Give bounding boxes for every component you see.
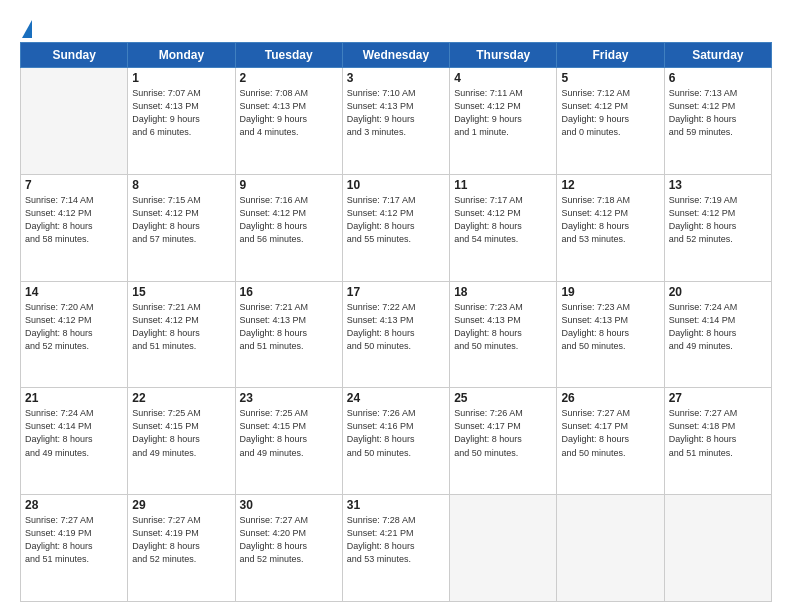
col-header-tuesday: Tuesday bbox=[235, 43, 342, 68]
day-cell: 8Sunrise: 7:15 AM Sunset: 4:12 PM Daylig… bbox=[128, 174, 235, 281]
calendar-table: SundayMondayTuesdayWednesdayThursdayFrid… bbox=[20, 42, 772, 602]
day-cell: 5Sunrise: 7:12 AM Sunset: 4:12 PM Daylig… bbox=[557, 68, 664, 175]
day-info: Sunrise: 7:17 AM Sunset: 4:12 PM Dayligh… bbox=[347, 194, 445, 246]
day-cell: 25Sunrise: 7:26 AM Sunset: 4:17 PM Dayli… bbox=[450, 388, 557, 495]
day-cell bbox=[450, 495, 557, 602]
col-header-friday: Friday bbox=[557, 43, 664, 68]
day-number: 2 bbox=[240, 71, 338, 85]
day-number: 27 bbox=[669, 391, 767, 405]
day-cell: 2Sunrise: 7:08 AM Sunset: 4:13 PM Daylig… bbox=[235, 68, 342, 175]
day-cell: 16Sunrise: 7:21 AM Sunset: 4:13 PM Dayli… bbox=[235, 281, 342, 388]
day-number: 6 bbox=[669, 71, 767, 85]
day-cell bbox=[557, 495, 664, 602]
day-info: Sunrise: 7:11 AM Sunset: 4:12 PM Dayligh… bbox=[454, 87, 552, 139]
day-number: 4 bbox=[454, 71, 552, 85]
day-info: Sunrise: 7:28 AM Sunset: 4:21 PM Dayligh… bbox=[347, 514, 445, 566]
day-info: Sunrise: 7:27 AM Sunset: 4:19 PM Dayligh… bbox=[25, 514, 123, 566]
day-info: Sunrise: 7:20 AM Sunset: 4:12 PM Dayligh… bbox=[25, 301, 123, 353]
day-info: Sunrise: 7:26 AM Sunset: 4:16 PM Dayligh… bbox=[347, 407, 445, 459]
day-info: Sunrise: 7:27 AM Sunset: 4:17 PM Dayligh… bbox=[561, 407, 659, 459]
day-cell: 29Sunrise: 7:27 AM Sunset: 4:19 PM Dayli… bbox=[128, 495, 235, 602]
day-cell: 13Sunrise: 7:19 AM Sunset: 4:12 PM Dayli… bbox=[664, 174, 771, 281]
day-number: 31 bbox=[347, 498, 445, 512]
day-number: 30 bbox=[240, 498, 338, 512]
day-cell: 3Sunrise: 7:10 AM Sunset: 4:13 PM Daylig… bbox=[342, 68, 449, 175]
day-number: 13 bbox=[669, 178, 767, 192]
day-cell: 22Sunrise: 7:25 AM Sunset: 4:15 PM Dayli… bbox=[128, 388, 235, 495]
day-number: 3 bbox=[347, 71, 445, 85]
col-header-thursday: Thursday bbox=[450, 43, 557, 68]
day-info: Sunrise: 7:25 AM Sunset: 4:15 PM Dayligh… bbox=[240, 407, 338, 459]
day-cell: 15Sunrise: 7:21 AM Sunset: 4:12 PM Dayli… bbox=[128, 281, 235, 388]
day-cell: 7Sunrise: 7:14 AM Sunset: 4:12 PM Daylig… bbox=[21, 174, 128, 281]
header bbox=[20, 18, 772, 36]
day-info: Sunrise: 7:23 AM Sunset: 4:13 PM Dayligh… bbox=[561, 301, 659, 353]
day-cell: 1Sunrise: 7:07 AM Sunset: 4:13 PM Daylig… bbox=[128, 68, 235, 175]
day-info: Sunrise: 7:13 AM Sunset: 4:12 PM Dayligh… bbox=[669, 87, 767, 139]
day-cell: 9Sunrise: 7:16 AM Sunset: 4:12 PM Daylig… bbox=[235, 174, 342, 281]
day-number: 25 bbox=[454, 391, 552, 405]
day-number: 29 bbox=[132, 498, 230, 512]
day-cell: 23Sunrise: 7:25 AM Sunset: 4:15 PM Dayli… bbox=[235, 388, 342, 495]
day-info: Sunrise: 7:21 AM Sunset: 4:13 PM Dayligh… bbox=[240, 301, 338, 353]
day-cell: 17Sunrise: 7:22 AM Sunset: 4:13 PM Dayli… bbox=[342, 281, 449, 388]
day-info: Sunrise: 7:17 AM Sunset: 4:12 PM Dayligh… bbox=[454, 194, 552, 246]
day-info: Sunrise: 7:21 AM Sunset: 4:12 PM Dayligh… bbox=[132, 301, 230, 353]
day-number: 19 bbox=[561, 285, 659, 299]
day-cell: 27Sunrise: 7:27 AM Sunset: 4:18 PM Dayli… bbox=[664, 388, 771, 495]
day-cell: 4Sunrise: 7:11 AM Sunset: 4:12 PM Daylig… bbox=[450, 68, 557, 175]
col-header-sunday: Sunday bbox=[21, 43, 128, 68]
day-cell bbox=[664, 495, 771, 602]
header-row: SundayMondayTuesdayWednesdayThursdayFrid… bbox=[21, 43, 772, 68]
day-number: 24 bbox=[347, 391, 445, 405]
col-header-wednesday: Wednesday bbox=[342, 43, 449, 68]
day-info: Sunrise: 7:25 AM Sunset: 4:15 PM Dayligh… bbox=[132, 407, 230, 459]
day-info: Sunrise: 7:18 AM Sunset: 4:12 PM Dayligh… bbox=[561, 194, 659, 246]
day-number: 12 bbox=[561, 178, 659, 192]
day-cell: 19Sunrise: 7:23 AM Sunset: 4:13 PM Dayli… bbox=[557, 281, 664, 388]
day-cell bbox=[21, 68, 128, 175]
day-cell: 30Sunrise: 7:27 AM Sunset: 4:20 PM Dayli… bbox=[235, 495, 342, 602]
day-cell: 6Sunrise: 7:13 AM Sunset: 4:12 PM Daylig… bbox=[664, 68, 771, 175]
week-row-0: 1Sunrise: 7:07 AM Sunset: 4:13 PM Daylig… bbox=[21, 68, 772, 175]
day-cell: 26Sunrise: 7:27 AM Sunset: 4:17 PM Dayli… bbox=[557, 388, 664, 495]
day-info: Sunrise: 7:27 AM Sunset: 4:18 PM Dayligh… bbox=[669, 407, 767, 459]
day-number: 8 bbox=[132, 178, 230, 192]
day-info: Sunrise: 7:08 AM Sunset: 4:13 PM Dayligh… bbox=[240, 87, 338, 139]
day-number: 23 bbox=[240, 391, 338, 405]
day-cell: 31Sunrise: 7:28 AM Sunset: 4:21 PM Dayli… bbox=[342, 495, 449, 602]
week-row-3: 21Sunrise: 7:24 AM Sunset: 4:14 PM Dayli… bbox=[21, 388, 772, 495]
day-info: Sunrise: 7:07 AM Sunset: 4:13 PM Dayligh… bbox=[132, 87, 230, 139]
day-info: Sunrise: 7:22 AM Sunset: 4:13 PM Dayligh… bbox=[347, 301, 445, 353]
day-number: 26 bbox=[561, 391, 659, 405]
day-info: Sunrise: 7:19 AM Sunset: 4:12 PM Dayligh… bbox=[669, 194, 767, 246]
day-info: Sunrise: 7:16 AM Sunset: 4:12 PM Dayligh… bbox=[240, 194, 338, 246]
day-number: 17 bbox=[347, 285, 445, 299]
week-row-2: 14Sunrise: 7:20 AM Sunset: 4:12 PM Dayli… bbox=[21, 281, 772, 388]
day-number: 7 bbox=[25, 178, 123, 192]
day-number: 9 bbox=[240, 178, 338, 192]
day-number: 18 bbox=[454, 285, 552, 299]
day-info: Sunrise: 7:10 AM Sunset: 4:13 PM Dayligh… bbox=[347, 87, 445, 139]
day-cell: 12Sunrise: 7:18 AM Sunset: 4:12 PM Dayli… bbox=[557, 174, 664, 281]
week-row-4: 28Sunrise: 7:27 AM Sunset: 4:19 PM Dayli… bbox=[21, 495, 772, 602]
day-cell: 11Sunrise: 7:17 AM Sunset: 4:12 PM Dayli… bbox=[450, 174, 557, 281]
col-header-saturday: Saturday bbox=[664, 43, 771, 68]
col-header-monday: Monday bbox=[128, 43, 235, 68]
day-info: Sunrise: 7:24 AM Sunset: 4:14 PM Dayligh… bbox=[669, 301, 767, 353]
day-cell: 10Sunrise: 7:17 AM Sunset: 4:12 PM Dayli… bbox=[342, 174, 449, 281]
logo-triangle-icon bbox=[22, 20, 32, 38]
day-info: Sunrise: 7:23 AM Sunset: 4:13 PM Dayligh… bbox=[454, 301, 552, 353]
day-cell: 28Sunrise: 7:27 AM Sunset: 4:19 PM Dayli… bbox=[21, 495, 128, 602]
day-number: 16 bbox=[240, 285, 338, 299]
day-number: 11 bbox=[454, 178, 552, 192]
day-cell: 18Sunrise: 7:23 AM Sunset: 4:13 PM Dayli… bbox=[450, 281, 557, 388]
day-number: 28 bbox=[25, 498, 123, 512]
day-number: 10 bbox=[347, 178, 445, 192]
day-info: Sunrise: 7:12 AM Sunset: 4:12 PM Dayligh… bbox=[561, 87, 659, 139]
day-cell: 21Sunrise: 7:24 AM Sunset: 4:14 PM Dayli… bbox=[21, 388, 128, 495]
day-number: 15 bbox=[132, 285, 230, 299]
logo bbox=[20, 22, 32, 36]
day-info: Sunrise: 7:27 AM Sunset: 4:19 PM Dayligh… bbox=[132, 514, 230, 566]
day-number: 20 bbox=[669, 285, 767, 299]
